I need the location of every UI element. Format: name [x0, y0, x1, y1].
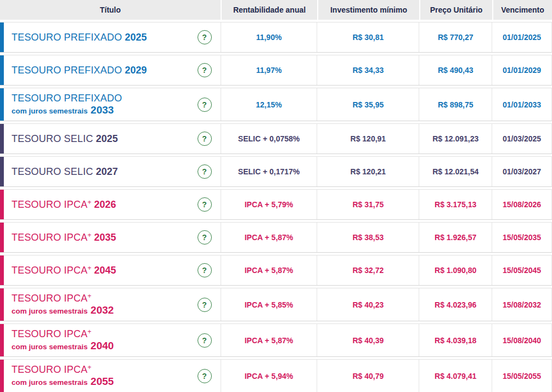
- vencimento-cell: 15/08/2026: [492, 190, 551, 219]
- bond-title: TESOURO SELIC 2025: [12, 133, 118, 144]
- bond-title: TESOURO IPCA+ 2045: [12, 265, 116, 276]
- rentabilidade-cell: IPCA + 5,85%: [221, 288, 317, 321]
- help-icon[interactable]: ?: [198, 369, 212, 383]
- title-cell: TESOURO IPCA+com juros semestrais 2040?: [0, 324, 221, 356]
- help-icon[interactable]: ?: [198, 98, 212, 112]
- table-row[interactable]: TESOURO IPCA+ 2035?IPCA + 5,87%R$ 38,53R…: [0, 222, 552, 253]
- bond-color-bar: [0, 324, 4, 356]
- bond-title: TESOURO IPCA+com juros semestrais 2032: [12, 293, 114, 316]
- bond-title-line1: TESOURO IPCA+: [12, 364, 114, 375]
- rentabilidade-cell: IPCA + 5,87%: [221, 255, 317, 285]
- help-icon[interactable]: ?: [198, 132, 212, 146]
- help-icon[interactable]: ?: [198, 263, 212, 277]
- vencimento-cell: 15/05/2045: [492, 255, 551, 285]
- bond-color-bar: [0, 223, 4, 252]
- table-row[interactable]: TESOURO PREFIXADO 2025?11,90%R$ 30,81R$ …: [0, 22, 552, 53]
- bond-title-line2: com juros semestrais 2040: [12, 340, 114, 351]
- table-row[interactable]: TESOURO IPCA+ 2045?IPCA + 5,87%R$ 32,72R…: [0, 255, 552, 286]
- bond-title-line2: com juros semestrais 2033: [12, 104, 122, 116]
- help-icon[interactable]: ?: [198, 30, 212, 44]
- bond-title-line1: TESOURO SELIC 2025: [12, 133, 118, 144]
- bond-color-bar: [0, 88, 4, 121]
- preco-cell: R$ 12.091,23: [419, 124, 492, 154]
- bond-name-plus: +: [87, 328, 91, 336]
- table-row[interactable]: TESOURO PREFIXADO 2029?11,97%R$ 34,33R$ …: [0, 55, 552, 86]
- investimento-cell: R$ 34,33: [317, 55, 419, 85]
- bond-year: 2035: [91, 232, 116, 243]
- header-titulo: Título: [0, 0, 221, 20]
- rentabilidade-cell: IPCA + 5,94%: [221, 360, 317, 392]
- preco-cell: R$ 4.039,18: [419, 324, 492, 356]
- bond-name: TESOURO IPCA: [12, 232, 87, 243]
- bond-name: TESOURO IPCA: [12, 265, 87, 276]
- bond-title-line1: TESOURO PREFIXADO: [12, 93, 122, 104]
- bond-name: TESOURO SELIC: [12, 133, 93, 144]
- bond-subtitle: com juros semestrais: [12, 343, 88, 351]
- table-row[interactable]: TESOURO SELIC 2025?SELIC + 0,0758%R$ 120…: [0, 123, 552, 154]
- bond-title: TESOURO IPCA+com juros semestrais 2040: [12, 328, 114, 351]
- title-cell: TESOURO PREFIXADO 2025?: [0, 22, 221, 52]
- bond-color-bar: [0, 124, 4, 154]
- preco-cell: R$ 1.090,80: [419, 255, 492, 285]
- vencimento-cell: 01/01/2029: [492, 55, 551, 85]
- help-icon[interactable]: ?: [198, 197, 212, 212]
- investimento-cell: R$ 40,79: [317, 360, 419, 392]
- vencimento-cell: 01/01/2033: [492, 88, 551, 121]
- bond-subtitle: com juros semestrais: [12, 107, 88, 115]
- help-icon[interactable]: ?: [198, 164, 212, 179]
- help-icon[interactable]: ?: [198, 333, 212, 348]
- preco-cell: R$ 490,43: [419, 55, 492, 85]
- bond-name: TESOURO PREFIXADO: [12, 65, 122, 76]
- rentabilidade-cell: 11,90%: [221, 22, 317, 52]
- bond-name: TESOURO PREFIXADO: [12, 93, 122, 104]
- bond-title: TESOURO IPCA+ 2026: [12, 199, 116, 210]
- bond-color-bar: [0, 255, 4, 285]
- bond-subtitle: com juros semestrais: [12, 307, 88, 315]
- investimento-cell: R$ 120,21: [317, 157, 419, 186]
- vencimento-cell: 01/01/2025: [492, 22, 551, 52]
- bond-title-line1: TESOURO IPCA+: [12, 328, 114, 339]
- investimento-cell: R$ 40,23: [317, 288, 419, 321]
- bond-subtitle: com juros semestrais: [12, 378, 88, 387]
- header-rentabilidade: Rentabilidade anual: [221, 0, 317, 20]
- bond-title-line2: com juros semestrais 2032: [12, 304, 114, 316]
- rentabilidade-cell: 12,15%: [221, 88, 317, 121]
- bond-name: TESOURO IPCA: [12, 328, 87, 339]
- rentabilidade-cell: SELIC + 0,0758%: [221, 124, 317, 154]
- title-cell: TESOURO SELIC 2025?: [0, 124, 221, 154]
- bond-year: 2025: [93, 133, 118, 144]
- help-icon[interactable]: ?: [198, 230, 212, 245]
- table-row[interactable]: TESOURO IPCA+ 2026?IPCA + 5,79%R$ 31,75R…: [0, 189, 552, 220]
- title-cell: TESOURO IPCA+com juros semestrais 2055?: [0, 360, 221, 392]
- help-icon[interactable]: ?: [198, 63, 212, 77]
- header-vencimento: Vencimento: [492, 0, 552, 20]
- table-row[interactable]: TESOURO IPCA+com juros semestrais 2055?I…: [0, 359, 552, 392]
- investimento-cell: R$ 30,81: [317, 22, 419, 52]
- bond-year: 2055: [88, 376, 114, 387]
- bond-table: Título Rentabilidade anual Investimento …: [0, 0, 552, 392]
- table-row[interactable]: TESOURO IPCA+com juros semestrais 2032?I…: [0, 288, 552, 321]
- table-row[interactable]: TESOURO PREFIXADOcom juros semestrais 20…: [0, 88, 552, 121]
- rentabilidade-cell: IPCA + 5,79%: [221, 190, 317, 219]
- preco-cell: R$ 770,27: [419, 22, 492, 52]
- help-icon[interactable]: ?: [198, 298, 212, 312]
- table-row[interactable]: TESOURO SELIC 2027?SELIC + 0,1717%R$ 120…: [0, 156, 552, 187]
- title-cell: TESOURO SELIC 2027?: [0, 157, 221, 186]
- vencimento-cell: 15/05/2035: [492, 223, 551, 252]
- bond-title-line1: TESOURO IPCA+: [12, 293, 114, 304]
- bond-name-plus: +: [87, 293, 91, 300]
- bond-title: TESOURO PREFIXADO 2029: [12, 65, 147, 76]
- header-investimento: Investimento mínimo: [317, 0, 419, 20]
- investimento-cell: R$ 38,53: [317, 223, 419, 252]
- bond-color-bar: [0, 190, 4, 219]
- bond-name-plus: +: [87, 364, 91, 372]
- bond-year: 2025: [122, 32, 147, 43]
- bond-color-bar: [0, 157, 4, 186]
- table-row[interactable]: TESOURO IPCA+com juros semestrais 2040?I…: [0, 323, 552, 357]
- rentabilidade-cell: 11,97%: [221, 55, 317, 85]
- bond-title: TESOURO SELIC 2027: [12, 166, 118, 177]
- vencimento-cell: 01/03/2027: [492, 157, 551, 186]
- title-cell: TESOURO PREFIXADO 2029?: [0, 55, 221, 85]
- bond-year: 2040: [88, 340, 114, 351]
- bond-year: 2045: [91, 265, 116, 276]
